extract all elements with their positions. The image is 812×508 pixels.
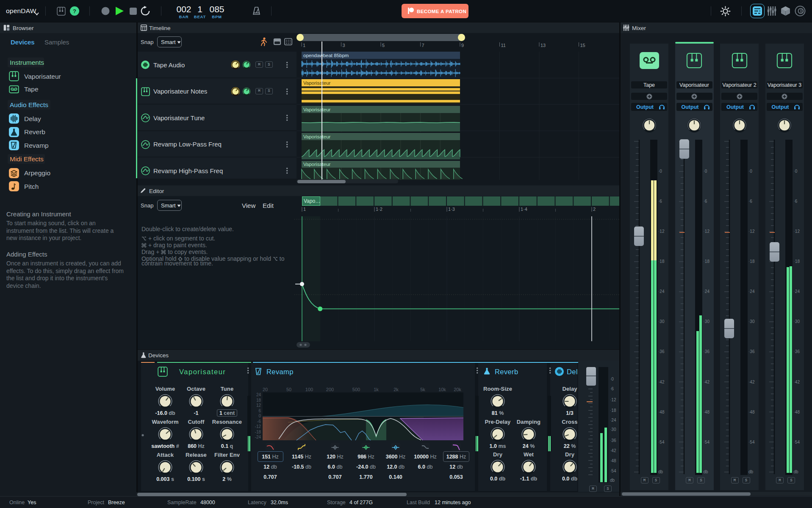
svg-text:11: 11 — [501, 43, 506, 48]
svg-text:15: 15 — [580, 43, 585, 48]
svg-text:5: 5 — [382, 43, 385, 48]
svg-text:1: 1 — [303, 207, 306, 212]
svg-text:7: 7 — [422, 43, 424, 48]
svg-text:1: 1 — [303, 43, 305, 48]
svg-text:13: 13 — [540, 43, 546, 48]
svg-text:?: ? — [73, 8, 76, 14]
svg-text:9: 9 — [461, 43, 464, 48]
svg-text:2: 2 — [593, 207, 596, 212]
svg-text:1·2: 1·2 — [376, 207, 382, 212]
svg-text:1·3: 1·3 — [448, 207, 455, 212]
svg-text:1·4: 1·4 — [521, 207, 527, 212]
svg-text:3: 3 — [343, 43, 345, 48]
